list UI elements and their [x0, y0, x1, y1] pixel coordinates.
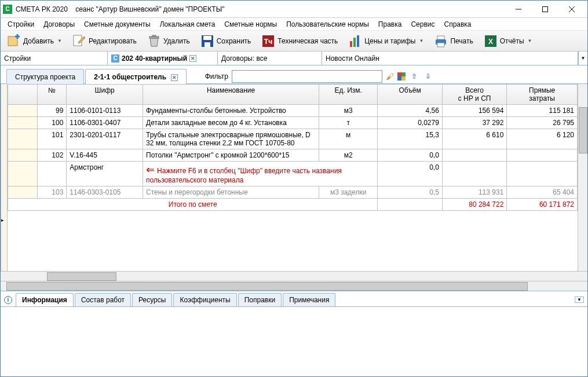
chevron-down-icon: ▼ — [419, 38, 423, 43]
chevron-down-icon: ▼ — [57, 38, 62, 43]
annotation-text: ⇐Нажмите F6 и в столбец "Шифр" введите ч… — [143, 162, 378, 186]
table-row[interactable]: 101 2301-0201-0117 Трубы стальные электр… — [8, 129, 578, 149]
svg-rect-24 — [401, 72, 406, 76]
menu-smetnye-dokumenty[interactable]: Сметные документы — [79, 19, 155, 30]
table-row[interactable]: 99 1106-0101-0113 Фундаменты-столбы бето… — [8, 105, 578, 117]
edit-label: Редактировать — [89, 37, 137, 45]
menubar: Стройки Договоры Сметные документы Локал… — [1, 18, 587, 31]
svg-rect-26 — [401, 76, 406, 80]
table-row-partial[interactable]: 103 1146-0303-0105 Стены и перегородки б… — [8, 186, 578, 199]
col-total[interactable]: Всего с НР и СП — [442, 85, 506, 105]
doc-close-button[interactable]: ✕ — [189, 55, 196, 62]
code-input[interactable] — [70, 163, 140, 171]
filter-label: Фильтр — [205, 72, 228, 80]
tab-close-button[interactable]: ✕ — [171, 74, 178, 81]
btab-information[interactable]: Информация — [16, 293, 74, 306]
input-row[interactable]: ⇐Нажмите F6 и в столбец "Шифр" введите ч… — [8, 162, 578, 186]
menu-smetnye-normy[interactable]: Сметные нормы — [220, 19, 282, 30]
doc-section-stroyki[interactable]: Стройки — [1, 52, 108, 65]
col-direct[interactable]: Прямые затраты — [507, 85, 578, 105]
col-vol[interactable]: Объём — [378, 85, 442, 105]
tab-structure[interactable]: Структура проекта — [6, 69, 84, 84]
edit-button[interactable]: Редактировать — [68, 31, 141, 51]
info-icon: i — [4, 296, 12, 304]
svg-rect-12 — [204, 42, 210, 47]
svg-rect-4 — [8, 36, 17, 46]
svg-rect-17 — [357, 35, 359, 47]
brush-icon[interactable]: 🖌 — [386, 72, 394, 81]
btab-resursy[interactable]: Ресурсы — [132, 293, 172, 306]
arrow-up-icon[interactable]: ⇧ — [409, 71, 419, 82]
prices-button[interactable]: Цены и тарифы ▼ — [344, 31, 428, 51]
horizontal-scrollbar[interactable] — [1, 271, 587, 281]
toolbar: Добавить ▼ Редактировать Удалить Сохрани… — [1, 31, 587, 52]
excel-icon: X — [484, 34, 498, 48]
col-unit[interactable]: Ед. Изм. — [319, 85, 378, 105]
menu-polzovatelskie-normy[interactable]: Пользовательские нормы — [282, 19, 374, 30]
btab-popravki[interactable]: Поправки — [238, 293, 282, 306]
session-info: сеанс "Артур Вишневский" домен "ПРОЕКТЫ" — [75, 5, 224, 13]
delete-button[interactable]: Удалить — [143, 31, 194, 51]
save-button[interactable]: Сохранить — [196, 31, 255, 51]
svg-rect-19 — [437, 36, 444, 39]
print-icon — [434, 34, 448, 48]
menu-pravka[interactable]: Правка — [374, 19, 407, 30]
print-label: Печать — [450, 37, 473, 45]
menu-lokalnaya-smeta[interactable]: Локальная смета — [155, 19, 220, 30]
app-icon: С — [3, 5, 12, 14]
print-button[interactable]: Печать — [430, 31, 477, 51]
vertical-scrollbar[interactable] — [578, 84, 587, 271]
menu-stroyki[interactable]: Стройки — [3, 19, 39, 30]
summary-row: Итого по смете 80 284 722 60 171 872 — [8, 199, 578, 211]
reports-label: Отчёты — [500, 37, 524, 45]
chevron-down-icon: ▼ — [528, 38, 532, 43]
tab-active-estimate[interactable]: 2-1-1 общестроитель ✕ — [85, 69, 187, 84]
svg-text:Тч: Тч — [264, 38, 272, 46]
add-icon — [7, 34, 21, 48]
doc-news[interactable]: Новости Онлайн — [322, 52, 578, 65]
titlebar: С СМЕТА РК 2020 сеанс "Артур Вишневский"… — [1, 1, 587, 18]
color-grid-icon[interactable] — [397, 72, 406, 80]
tab-bar: Структура проекта 2-1-1 общестроитель ✕ … — [1, 65, 587, 84]
window-title: СМЕТА РК 2020 сеанс "Артур Вишневский" д… — [16, 5, 505, 13]
doc-contracts[interactable]: Договоры: все — [218, 52, 322, 65]
bottom-tab-bar: i Информация Состав работ Ресурсы Коэффи… — [1, 291, 587, 307]
menu-spravka[interactable]: Справка — [439, 19, 476, 30]
reports-button[interactable]: X Отчёты ▼ — [480, 31, 536, 51]
row-selector-gutter[interactable]: ▸ — [1, 84, 8, 271]
save-icon — [200, 34, 214, 48]
col-code[interactable]: Шифр — [67, 85, 143, 105]
bottom-tabs-dropdown[interactable]: ▼ — [575, 297, 584, 303]
table-row[interactable]: 102 V.16-445 Потолки "Армстронг" с кромк… — [8, 149, 578, 162]
col-num[interactable]: № — [37, 85, 67, 105]
horizontal-scrollbar-2[interactable] — [1, 281, 587, 291]
app-name: СМЕТА РК 2020 — [16, 5, 68, 13]
svg-rect-20 — [437, 43, 444, 47]
col-name[interactable]: Наименование — [143, 85, 319, 105]
menu-servis[interactable]: Сервис — [406, 19, 439, 30]
svg-rect-9 — [152, 35, 156, 36]
tech-part-button[interactable]: Тч Техническая часть — [257, 31, 342, 51]
minimize-button[interactable] — [505, 1, 532, 17]
add-button[interactable]: Добавить ▼ — [3, 31, 66, 51]
arrow-down-icon[interactable]: ⇩ — [423, 71, 433, 82]
filter-input[interactable] — [232, 70, 382, 83]
btab-koef[interactable]: Коэффициенты — [173, 293, 236, 306]
document-bar: Стройки С 202 40-квартирный ✕ Договоры: … — [1, 52, 587, 65]
info-pane — [1, 307, 587, 376]
maximize-button[interactable] — [532, 1, 558, 17]
menu-dogovory[interactable]: Договоры — [39, 19, 79, 30]
btab-primech[interactable]: Примечания — [283, 293, 335, 306]
doc-active[interactable]: С 202 40-квартирный ✕ — [108, 52, 218, 65]
table-row[interactable]: 100 1106-0301-0407 Детали закладные весо… — [8, 117, 578, 129]
btab-sostav[interactable]: Состав работ — [75, 293, 131, 306]
svg-rect-11 — [203, 36, 211, 40]
docbar-dropdown[interactable]: ▼ — [578, 52, 587, 65]
prices-label: Цены и тарифы — [364, 37, 415, 45]
svg-rect-25 — [397, 76, 401, 80]
data-grid[interactable]: № Шифр Наименование Ед. Изм. Объём Всего… — [8, 84, 578, 271]
svg-text:X: X — [488, 38, 493, 46]
chart-icon — [348, 34, 362, 48]
close-button[interactable] — [558, 1, 585, 17]
col-stripe[interactable] — [8, 85, 38, 105]
